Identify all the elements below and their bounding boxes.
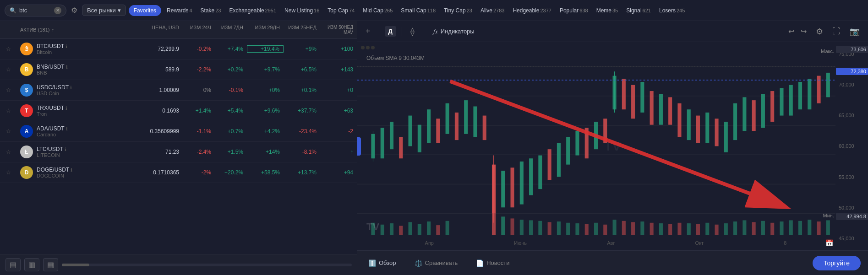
tab-meme[interactable]: Meme35 [594,5,621,16]
svg-rect-22 [501,171,505,207]
tab-news[interactable]: 📄 Новости [472,258,513,269]
price-max-value: 73,606 [836,46,868,53]
th-chg29[interactable]: ИЗМ 29ДН [247,25,284,35]
svg-rect-33 [603,119,607,143]
tab-top-cap[interactable]: Top Cap74 [325,5,357,16]
svg-rect-54 [789,85,793,116]
svg-rect-11 [409,116,412,146]
star-col[interactable]: ☆ [0,46,16,52]
svg-rect-80 [603,225,607,235]
chg25w-col: +13.7% [284,169,320,176]
svg-rect-95 [742,220,746,235]
svg-rect-30 [575,131,579,156]
star-col[interactable]: ☆ [0,149,16,155]
tab-overview[interactable]: ℹ️ Обзор [365,258,400,269]
table-body: ☆ ₿ BTC/USDT ℹ Bitcoin 72,299.9 -0.2% +7… [0,39,357,275]
svg-rect-67 [446,221,449,235]
tab-mid-cap[interactable]: Mid Cap265 [360,5,395,16]
tab-signal[interactable]: Signal621 [623,5,654,16]
th-chg7[interactable]: ИЗМ 7ДН [215,25,247,35]
calendar-icon[interactable]: 📅 [825,239,833,247]
undo-btn[interactable]: ↩ [786,25,797,38]
table-row[interactable]: ☆ Ł LTC/USDT ℹ LITECOIN 71.23 -2.4% +1.5… [0,142,357,162]
star-col[interactable]: ☆ [0,87,16,93]
tab-favorites[interactable]: Favorites [129,5,161,16]
tradingview-logo: TV [366,221,379,233]
view-grid-btn[interactable]: ▦ [43,258,58,271]
chg7-col: +0.2% [215,66,247,73]
chart-area[interactable]: Объём SMA 9 30.043M TV [357,42,868,250]
timeframe-day-btn[interactable]: Д [385,26,396,37]
th-chg50[interactable]: ИЗМ 50НЕД MAV [320,25,357,35]
star-col[interactable]: ☆ [0,169,16,176]
svg-rect-42 [677,103,681,137]
undo-redo: ↩ ↪ [786,25,809,38]
th-chg25w[interactable]: ИЗМ 25НЕД [284,25,320,35]
view-list-btn[interactable]: ▤ [5,258,21,271]
tab-hedgeable[interactable]: Hedgeable2377 [510,5,554,16]
svg-rect-29 [566,137,570,164]
market-dropdown[interactable]: Все рынки ▾ [82,5,126,16]
indicators-btn[interactable]: 𝑓𝑥 Индикаторы [429,26,479,37]
asset-icon: B [20,63,33,76]
drawing-tools-btn[interactable]: ⟠ [408,25,417,38]
svg-rect-68 [492,214,496,235]
tab-new-listing[interactable]: New Listing16 [282,5,322,16]
search-input[interactable] [19,7,51,14]
search-box[interactable]: 🔍 ✕ [5,5,66,16]
search-icon: 🔍 [10,7,16,14]
svg-rect-27 [548,149,551,180]
chart-settings-btn[interactable]: ⚙ [813,25,826,38]
sort-icon: ↑ [51,27,54,32]
asset-ticker: TRX/USDT ℹ [37,105,67,111]
svg-rect-19 [483,116,486,140]
scrollbar-thumb[interactable] [62,264,89,266]
view-compact-btn[interactable]: ▥ [24,258,39,271]
svg-rect-38 [640,82,644,113]
tab-stake[interactable]: Stake23 [198,5,224,16]
camera-btn[interactable]: 📷 [847,25,863,38]
add-drawing-btn[interactable]: + [363,25,373,38]
tab-rewards[interactable]: Rewards4 [164,5,195,16]
svg-rect-98 [770,223,774,235]
asset-info: T TRX/USDT ℹ Tron [16,104,132,117]
chg50-col: -2 [320,128,357,135]
tab-popular[interactable]: Popular638 [557,5,591,16]
clear-icon[interactable]: ✕ [54,7,61,14]
tab-tiny-cap[interactable]: Tiny Cap23 [441,5,475,16]
filter-icon-btn[interactable]: ⚙ [69,4,79,16]
star-col[interactable]: ☆ [0,66,16,73]
tab-small-cap[interactable]: Small Cap118 [398,5,438,16]
star-col[interactable]: ☆ [0,128,16,135]
tab-alive[interactable]: Alive2783 [478,5,508,16]
trade-button[interactable]: Торгуйте [813,256,861,270]
table-row[interactable]: ☆ B BNB/USDT ℹ BNB 589.9 -2.2% +0.2% +9.… [0,59,357,80]
tab-compare[interactable]: ⚖️ Сравнивать [411,258,462,269]
table-row[interactable]: ☆ T TRX/USDT ℹ Tron 0.1693 +1.4% +5.4% +… [0,101,357,121]
scrollbar-track[interactable] [62,264,352,266]
chg29-col: +0% [247,87,284,93]
svg-rect-89 [687,223,691,235]
tab-losers[interactable]: Losers245 [656,5,688,16]
chart-sidebar-handle[interactable] [357,137,361,156]
table-row[interactable]: ☆ $ USDC/USDT ℹ USD Coin 1.00009 0% -0.1… [0,80,357,101]
th-chg24[interactable]: ИЗМ 24Ч [183,25,215,35]
svg-rect-90 [696,224,700,235]
redo-btn[interactable]: ↪ [798,25,809,38]
chg24-col: -0.2% [183,46,215,52]
fullscreen-btn[interactable]: ⛶ [830,25,843,38]
chg7-col: +5.4% [215,108,247,114]
table-row[interactable]: ☆ A ADA/USDT ℹ Cardano 0.35609999 -1.1% … [0,121,357,142]
chg24-col: -1.1% [183,128,215,135]
svg-rect-60 [381,225,384,235]
asset-name-col: ADA/USDT ℹ Cardano [37,125,68,137]
table-row[interactable]: ☆ D DOGE/USDT ℹ DOGECOIN 0.1710365 -2% +… [0,162,357,183]
tab-exchangeable[interactable]: Exchangeable2951 [227,5,279,16]
th-price[interactable]: ЦЕНА, USD [132,25,183,35]
th-asset[interactable]: АКТИВ (181) ↑ [16,25,132,35]
price-col: 71.23 [132,149,183,155]
table-row[interactable]: ☆ ₿ BTC/USDT ℹ Bitcoin 72,299.9 -0.2% +7… [0,39,357,59]
current-price-badge: 72,380 [836,68,868,75]
price-col: 0.35609999 [132,128,183,135]
star-col[interactable]: ☆ [0,108,16,114]
